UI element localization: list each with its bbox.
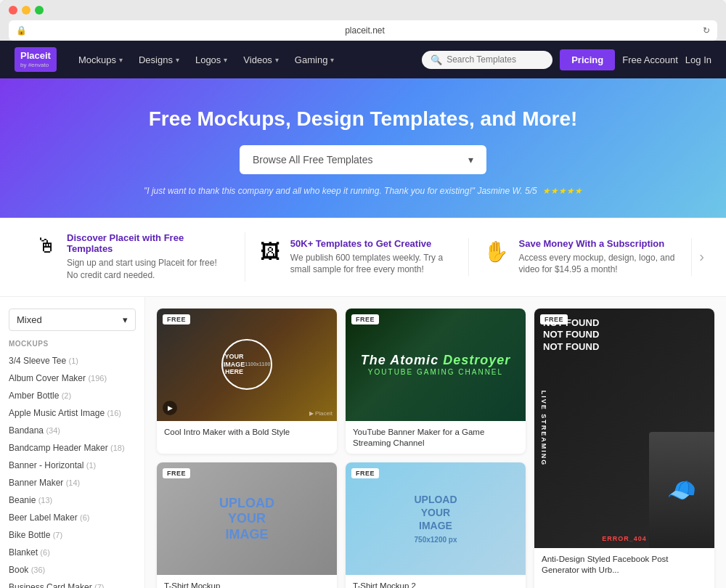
features-bar: 🖱 Discover Placeit with Free Templates S… <box>0 218 726 297</box>
tshirt2-preview: UPLOADYOURIMAGE750x1200 px <box>346 462 526 575</box>
feature-text-1: 50K+ Templates to Get Creative We publis… <box>290 238 454 277</box>
chevron-down-icon: ▾ <box>119 56 123 64</box>
window-controls <box>9 6 717 15</box>
chevron-down-icon: ▾ <box>330 56 334 64</box>
hand-icon: ✋ <box>484 240 509 264</box>
star-rating: ★★★★★ <box>542 186 582 196</box>
nav-right: 🔍 Pricing Free Account Log In <box>422 49 711 70</box>
browse-dropdown[interactable]: Browse All Free Templates ▾ <box>240 145 486 174</box>
card-tshirt-2[interactable]: UPLOADYOURIMAGE750x1200 px FREE T-Shirt … <box>346 462 526 588</box>
card-image-tshirt2: UPLOADYOURIMAGE750x1200 px FREE <box>346 462 526 575</box>
sidebar-section-label: Mockups <box>0 340 144 348</box>
sidebar-item-book[interactable]: Book (36) <box>0 561 144 579</box>
close-button[interactable] <box>9 6 17 15</box>
feature-text-0: Discover Placeit with Free Templates Sig… <box>67 232 230 282</box>
template-grid: YOURIMAGEHERE1100x1100 ▶ Placeit FREE ▶ … <box>145 297 726 588</box>
nav-logos[interactable]: Logos ▾ <box>188 50 234 70</box>
sidebar-item-apple[interactable]: Apple Music Artist Image (16) <box>0 404 144 422</box>
hero-title: Free Mockups, Design Templates, and More… <box>15 107 711 131</box>
sidebar-item-beanie[interactable]: Beanie (13) <box>0 491 144 509</box>
person-silhouette: 🧢 <box>649 432 714 548</box>
address-bar[interactable]: 🔒 placeit.net ↻ <box>9 20 717 41</box>
search-input[interactable] <box>446 54 541 65</box>
sidebar-item-bike[interactable]: Bike Bottle (7) <box>0 526 144 544</box>
sidebar-item-bandana[interactable]: Bandana (34) <box>0 422 144 439</box>
chevron-down-icon: ▾ <box>176 56 179 64</box>
hero-section: Free Mockups, Design Templates, and More… <box>0 78 726 218</box>
card-gaming-banner[interactable]: The Atomic Destroyer YouTube Gaming Chan… <box>346 309 526 454</box>
sort-dropdown[interactable]: Mixed ▾ <box>9 309 136 331</box>
feature-item-0[interactable]: 🖱 Discover Placeit with Free Templates S… <box>22 232 245 282</box>
lock-icon: 🔒 <box>16 25 27 36</box>
sidebar-item-business[interactable]: Business Card Maker (7) <box>0 579 144 588</box>
image-placeholder: YOURIMAGEHERE1100x1100 <box>221 339 272 390</box>
free-badge: FREE <box>351 314 379 324</box>
free-account-button[interactable]: Free Account <box>622 54 678 65</box>
free-badge: FREE <box>351 468 379 478</box>
card-title-404: Anti-Design Styled Facebook Post Generat… <box>534 548 714 581</box>
sidebar-item-amber[interactable]: Amber Bottle (2) <box>0 387 144 404</box>
minimize-button[interactable] <box>22 6 30 15</box>
gaming-preview: The Atomic Destroyer YouTube Gaming Chan… <box>346 309 526 421</box>
nav-videos[interactable]: Videos ▾ <box>236 50 286 70</box>
card-image-gaming: The Atomic Destroyer YouTube Gaming Chan… <box>346 309 526 421</box>
free-badge: FREE <box>163 314 190 324</box>
card-title-tshirt2: T-Shirt Mockup 2 <box>346 575 526 588</box>
free-badge: FREE <box>163 468 190 478</box>
sidebar-item-banner-h[interactable]: Banner - Horizontal (1) <box>0 457 144 474</box>
chevron-down-icon: ▾ <box>224 56 227 64</box>
live-streaming-text: LIVE STREAMING <box>540 390 547 466</box>
browser-chrome: 🔒 placeit.net ↻ <box>0 0 726 41</box>
login-button[interactable]: Log In <box>685 54 711 65</box>
person-icon: 🧢 <box>667 476 696 504</box>
nav-designs[interactable]: Designs ▾ <box>131 50 187 70</box>
feature-item-1[interactable]: 🖼 50K+ Templates to Get Creative We publ… <box>245 238 469 277</box>
cursor-icon: 🖱 <box>36 234 57 258</box>
sidebar: Mixed ▾ Mockups 3/4 Sleeve Tee (1) Album… <box>0 297 145 588</box>
card-image-404: NOT FOUNDNOT FOUNDNOT FOUND LIVE STREAMI… <box>534 309 714 548</box>
sidebar-item-bandcamp[interactable]: Bandcamp Header Maker (18) <box>0 439 144 457</box>
card-image-tshirt1: UPLOADYOURIMAGE FREE <box>157 462 337 575</box>
chevron-down-icon: ▾ <box>123 314 128 325</box>
nav-mockups[interactable]: Mockups ▾ <box>71 50 130 70</box>
search-bar[interactable]: 🔍 <box>422 51 552 69</box>
card-404[interactable]: NOT FOUNDNOT FOUNDNOT FOUND LIVE STREAMI… <box>534 309 714 588</box>
free-badge: FREE <box>540 314 568 324</box>
browser-window: 🔒 placeit.net ↻ Placeit by #envato Mocku… <box>0 0 726 588</box>
nav-items: Mockups ▾ Designs ▾ Logos ▾ Videos ▾ Gam… <box>71 50 422 70</box>
intro-preview: YOURIMAGEHERE1100x1100 ▶ Placeit <box>157 309 337 421</box>
next-arrow-icon[interactable]: › <box>699 248 704 265</box>
card-intro-maker[interactable]: YOURIMAGEHERE1100x1100 ▶ Placeit FREE ▶ … <box>157 309 337 454</box>
sidebar-item-34-sleeve[interactable]: 3/4 Sleeve Tee (1) <box>0 352 144 369</box>
card-title-intro: Cool Intro Maker with a Bold Style <box>157 421 337 444</box>
404-preview: NOT FOUNDNOT FOUNDNOT FOUND LIVE STREAMI… <box>534 309 714 548</box>
pricing-button[interactable]: Pricing <box>560 49 615 70</box>
navbar: Placeit by #envato Mockups ▾ Designs ▾ L… <box>0 41 726 78</box>
gaming-text: The Atomic Destroyer YouTube Gaming Chan… <box>361 353 510 376</box>
card-title-gaming: YouTube Banner Maker for a Game Streamin… <box>346 421 526 454</box>
tshirt1-text: UPLOADYOURIMAGE <box>219 496 274 543</box>
search-icon: 🔍 <box>431 54 442 65</box>
reload-icon[interactable]: ↻ <box>703 25 710 36</box>
testimonial: "I just want to thank this company and a… <box>15 186 711 196</box>
nav-gaming[interactable]: Gaming ▾ <box>287 50 342 70</box>
play-icon[interactable]: ▶ <box>163 401 177 415</box>
sidebar-item-blanket[interactable]: Blanket (6) <box>0 544 144 561</box>
main-content: Mixed ▾ Mockups 3/4 Sleeve Tee (1) Album… <box>0 297 726 588</box>
tshirt1-preview: UPLOADYOURIMAGE <box>157 462 337 575</box>
placeit-watermark: ▶ Placeit <box>309 410 333 417</box>
card-tshirt-1[interactable]: UPLOADYOURIMAGE FREE T-Shirt Mockup <box>157 462 337 588</box>
card-image-intro: YOURIMAGEHERE1100x1100 ▶ Placeit FREE ▶ <box>157 309 337 421</box>
error-code-text: ERROR_404 <box>602 535 647 542</box>
chevron-down-icon: ▾ <box>468 154 473 166</box>
sidebar-item-beer[interactable]: Beer Label Maker (6) <box>0 509 144 526</box>
sidebar-item-banner[interactable]: Banner Maker (14) <box>0 474 144 491</box>
card-title-tshirt1: T-Shirt Mockup <box>157 575 337 588</box>
cards-grid: YOURIMAGEHERE1100x1100 ▶ Placeit FREE ▶ … <box>157 309 714 588</box>
maximize-button[interactable] <box>35 6 44 15</box>
logo[interactable]: Placeit by #envato <box>15 47 57 71</box>
feature-text-2: Save Money With a Subscription Access ev… <box>519 238 677 277</box>
sidebar-item-album[interactable]: Album Cover Maker (196) <box>0 369 144 387</box>
url-display: placeit.net <box>31 25 698 36</box>
feature-item-2[interactable]: ✋ Save Money With a Subscription Access … <box>469 238 693 277</box>
